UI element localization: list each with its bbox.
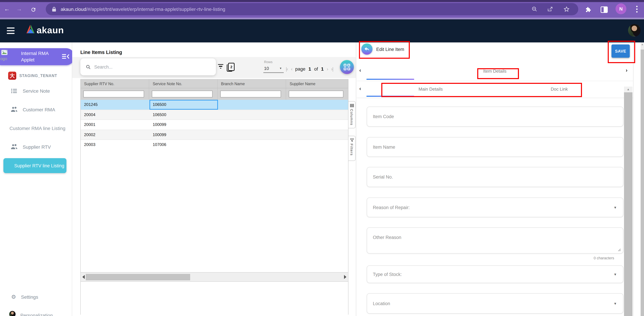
column-filter-input[interactable] <box>289 91 343 97</box>
column-header[interactable]: Branch Name <box>218 79 286 88</box>
scroll-right-icon[interactable] <box>344 275 346 279</box>
url-text: akaun.cloud/#/applet/tnt/wavelet/erp/int… <box>61 7 225 12</box>
table-row[interactable]: 20001 100099 <box>81 120 348 130</box>
browser-back-button[interactable]: ← <box>4 6 10 13</box>
table-empty-area <box>80 148 348 315</box>
people-icon <box>10 144 18 151</box>
active-cell-outline[interactable] <box>150 100 218 109</box>
sidebar-item-tenant[interactable]: STAGING_TENANT <box>19 74 57 78</box>
collapse-menu-icon[interactable] <box>62 54 70 59</box>
tab-scroll-left-icon[interactable]: ‹ <box>359 86 361 92</box>
browser-menu-icon[interactable] <box>636 6 638 13</box>
tab-scroll-right-icon[interactable]: › <box>626 67 628 73</box>
browser-refresh-button[interactable] <box>29 6 37 14</box>
cell-supplier-rtv-no: 20001 <box>81 120 149 129</box>
reason-of-repair-select[interactable]: Reason of Repair: ▼ <box>367 198 623 217</box>
tab-main-details[interactable]: Main Details <box>366 87 495 92</box>
sidebar: ogo Internal RMA Applet 大 STAGING_TENANT… <box>0 42 72 316</box>
inner-tab-strip: ‹ Main Details Doc Link › <box>356 81 633 98</box>
prev-page-button[interactable]: ‹ <box>291 66 292 72</box>
side-panel-icon[interactable] <box>600 6 608 14</box>
browser-profile-avatar[interactable]: N <box>616 4 626 14</box>
hamburger-menu-icon[interactable] <box>7 28 14 34</box>
column-filter-input[interactable] <box>220 91 281 97</box>
grip-icon <box>350 104 354 107</box>
horizontal-scrollbar[interactable] <box>80 272 348 282</box>
chevron-down-icon[interactable]: ▼ <box>279 67 282 70</box>
table-header-row: Supplier RTV No. Service Note No. Branch… <box>81 79 348 88</box>
sidebar-item-settings[interactable]: Settings <box>21 294 38 300</box>
akaun-logo-icon <box>26 25 36 34</box>
item-name-field[interactable]: Item Name <box>367 137 623 157</box>
of-word: of <box>314 66 318 71</box>
table-row[interactable]: 201245 106500 <box>81 100 348 110</box>
tab-item-details[interactable]: Item Details <box>356 69 633 74</box>
tab-columns[interactable]: Columns <box>348 101 356 128</box>
type-of-stock-select[interactable]: Type of Stock: ▼ <box>367 265 623 283</box>
sidebar-item-supplier-rtv[interactable]: Supplier RTV <box>23 144 51 150</box>
next-page-button[interactable]: › <box>327 66 328 72</box>
item-code-field[interactable]: Item Code <box>367 107 623 127</box>
chevron-down-icon: ▼ <box>614 301 617 305</box>
panel-scrollbar[interactable]: ▲ <box>624 87 632 316</box>
active-tab-indicator <box>366 96 414 97</box>
scroll-up-icon[interactable]: ▲ <box>640 43 644 46</box>
sidebar-item-supplier-rtv-line-listing[interactable]: Supplier RTV line Listing <box>4 158 66 173</box>
save-button[interactable]: SAVE <box>612 45 630 58</box>
search-box <box>80 58 216 75</box>
last-page-button[interactable]: ›| <box>331 66 333 72</box>
sidebar-item-personalization[interactable]: Personalization <box>20 312 53 316</box>
back-button[interactable] <box>361 44 372 55</box>
tab-filters[interactable]: Filters <box>348 136 356 161</box>
sidebar-item-customer-rma[interactable]: Customer RMA <box>23 107 55 112</box>
field-label: Type of Stock: <box>373 272 402 277</box>
rows-select-underline <box>263 72 284 73</box>
bookmark-star-icon[interactable] <box>562 5 570 13</box>
pagination: |‹ ‹ page 1 of 1 › ›| <box>286 66 333 72</box>
cell-branch-name <box>218 130 286 139</box>
scroll-up-icon[interactable]: ▲ <box>624 88 632 91</box>
column-filter-input[interactable] <box>152 91 212 97</box>
other-reason-textarea[interactable]: Other Reason <box>367 227 623 254</box>
extensions-puzzle-icon[interactable] <box>584 6 592 14</box>
column-header[interactable]: Supplier Name <box>286 79 348 88</box>
scrollbar-thumb[interactable] <box>640 50 644 316</box>
sidebar-item-customer-rma-line-listing[interactable]: Customer RMA line Listing <box>10 126 66 131</box>
location-select[interactable]: Location ▼ <box>367 293 623 314</box>
search-input[interactable] <box>94 64 207 70</box>
column-filter-input[interactable] <box>84 91 144 97</box>
sidebar-item-service-note[interactable]: Service Note <box>23 88 50 94</box>
rows-per-page-select[interactable]: 10 <box>264 66 269 71</box>
cell-service-note-no: 100099 <box>149 120 218 129</box>
scrollbar-thumb[interactable] <box>86 274 190 280</box>
filter-list-icon[interactable] <box>217 64 224 69</box>
scroll-left-icon[interactable] <box>82 275 85 279</box>
browser-forward-button[interactable]: → <box>16 6 22 13</box>
column-header[interactable]: Service Note No. <box>149 79 218 88</box>
gear-icon: ⚙ <box>11 294 16 300</box>
tab-columns-label: Columns <box>350 109 354 125</box>
zoom-out-icon[interactable] <box>530 5 538 13</box>
browser-tab-strip <box>0 0 644 2</box>
applet-header[interactable]: ogo Internal RMA Applet <box>0 48 74 65</box>
first-page-button[interactable]: |‹ <box>286 66 288 72</box>
table-row[interactable]: 20004 106500 <box>81 110 348 120</box>
user-avatar[interactable] <box>628 24 640 37</box>
cell-branch-name <box>218 120 286 129</box>
multi-page-icon[interactable]: 2 <box>227 63 234 72</box>
grid-view-button[interactable] <box>340 60 354 74</box>
people-icon <box>10 107 18 113</box>
serial-no-field[interactable]: Serial No. <box>367 167 623 187</box>
share-icon[interactable] <box>546 5 554 13</box>
window-scrollbar[interactable]: ▲ <box>640 42 644 316</box>
url-bar[interactable]: akaun.cloud/#/applet/tnt/wavelet/erp/int… <box>46 3 578 15</box>
table-row[interactable]: 20002 100099 <box>81 130 348 140</box>
url-domain: akaun.cloud <box>61 7 86 12</box>
active-item-label: Supplier RTV line Listing <box>14 163 64 168</box>
column-header[interactable]: Supplier RTV No. <box>81 79 149 88</box>
tab-doc-link[interactable]: Doc Link <box>495 87 624 92</box>
scrollbar-thumb[interactable] <box>624 92 632 316</box>
search-icon <box>86 64 91 69</box>
resize-grip-icon[interactable] <box>617 248 620 251</box>
tab-filters-label: Filters <box>350 143 354 156</box>
